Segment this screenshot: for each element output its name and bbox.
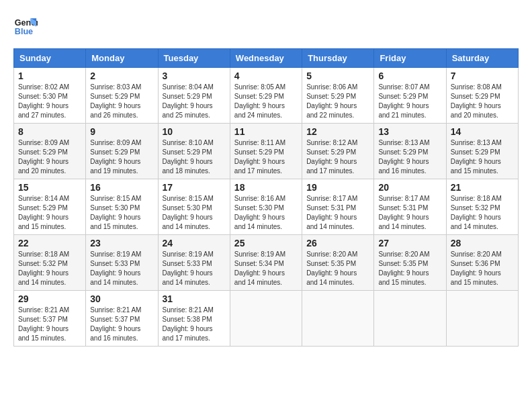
calendar-cell	[446, 291, 518, 347]
day-number: 5	[306, 71, 369, 81]
day-info: Sunrise: 8:20 AM Sunset: 5:36 PM Dayligh…	[451, 250, 514, 287]
svg-text:Blue: Blue	[15, 27, 33, 36]
weekday-header-tuesday: Tuesday	[158, 49, 230, 68]
day-number: 25	[234, 238, 298, 248]
day-number: 14	[451, 126, 514, 137]
calendar-cell: 4 Sunrise: 8:05 AM Sunset: 5:29 PM Dayli…	[230, 68, 302, 124]
day-number: 1	[18, 71, 81, 81]
day-info: Sunrise: 8:14 AM Sunset: 5:29 PM Dayligh…	[18, 194, 81, 232]
day-info: Sunrise: 8:15 AM Sunset: 5:30 PM Dayligh…	[163, 194, 226, 232]
day-number: 26	[306, 238, 369, 248]
calendar-cell	[302, 291, 374, 347]
week-row-4: 22 Sunrise: 8:18 AM Sunset: 5:32 PM Dayl…	[14, 235, 519, 291]
day-info: Sunrise: 8:15 AM Sunset: 5:30 PM Dayligh…	[90, 194, 153, 232]
calendar-cell: 26 Sunrise: 8:20 AM Sunset: 5:35 PM Dayl…	[302, 235, 374, 291]
day-info: Sunrise: 8:10 AM Sunset: 5:29 PM Dayligh…	[163, 138, 226, 176]
day-number: 8	[18, 126, 81, 137]
day-info: Sunrise: 8:17 AM Sunset: 5:31 PM Dayligh…	[378, 194, 441, 232]
day-info: Sunrise: 8:13 AM Sunset: 5:29 PM Dayligh…	[378, 138, 441, 176]
day-info: Sunrise: 8:21 AM Sunset: 5:37 PM Dayligh…	[18, 306, 81, 343]
day-number: 30	[90, 293, 153, 304]
day-number: 28	[451, 238, 514, 248]
day-number: 15	[18, 182, 81, 193]
calendar-cell: 12 Sunrise: 8:12 AM Sunset: 5:29 PM Dayl…	[302, 124, 374, 179]
calendar-cell: 16 Sunrise: 8:15 AM Sunset: 5:30 PM Dayl…	[86, 179, 158, 235]
day-info: Sunrise: 8:20 AM Sunset: 5:35 PM Dayligh…	[378, 250, 441, 287]
calendar-cell: 1 Sunrise: 8:02 AM Sunset: 5:30 PM Dayli…	[14, 68, 86, 124]
day-info: Sunrise: 8:04 AM Sunset: 5:29 PM Dayligh…	[163, 83, 226, 120]
day-info: Sunrise: 8:19 AM Sunset: 5:34 PM Dayligh…	[234, 250, 298, 287]
day-info: Sunrise: 8:19 AM Sunset: 5:33 PM Dayligh…	[163, 250, 226, 287]
calendar-cell: 3 Sunrise: 8:04 AM Sunset: 5:29 PM Dayli…	[158, 68, 230, 124]
calendar-cell: 13 Sunrise: 8:13 AM Sunset: 5:29 PM Dayl…	[374, 124, 446, 179]
calendar-cell: 10 Sunrise: 8:10 AM Sunset: 5:29 PM Dayl…	[158, 124, 230, 179]
day-info: Sunrise: 8:18 AM Sunset: 5:32 PM Dayligh…	[451, 194, 514, 232]
weekday-header-monday: Monday	[86, 49, 158, 68]
day-number: 2	[90, 71, 153, 81]
day-number: 17	[163, 182, 226, 193]
calendar-cell: 6 Sunrise: 8:07 AM Sunset: 5:29 PM Dayli…	[374, 68, 446, 124]
calendar-cell: 17 Sunrise: 8:15 AM Sunset: 5:30 PM Dayl…	[158, 179, 230, 235]
day-info: Sunrise: 8:18 AM Sunset: 5:32 PM Dayligh…	[18, 250, 81, 287]
calendar-cell: 21 Sunrise: 8:18 AM Sunset: 5:32 PM Dayl…	[446, 179, 518, 235]
day-info: Sunrise: 8:09 AM Sunset: 5:29 PM Dayligh…	[18, 138, 81, 176]
day-number: 7	[451, 71, 514, 81]
day-number: 6	[378, 71, 441, 81]
day-number: 31	[163, 293, 226, 304]
day-info: Sunrise: 8:11 AM Sunset: 5:29 PM Dayligh…	[234, 138, 298, 176]
day-number: 4	[234, 71, 298, 81]
weekday-header-row: SundayMondayTuesdayWednesdayThursdayFrid…	[14, 49, 519, 68]
calendar-cell: 25 Sunrise: 8:19 AM Sunset: 5:34 PM Dayl…	[230, 235, 302, 291]
weekday-header-sunday: Sunday	[14, 49, 86, 68]
day-info: Sunrise: 8:20 AM Sunset: 5:35 PM Dayligh…	[306, 250, 369, 287]
week-row-5: 29 Sunrise: 8:21 AM Sunset: 5:37 PM Dayl…	[14, 291, 519, 347]
calendar-cell: 11 Sunrise: 8:11 AM Sunset: 5:29 PM Dayl…	[230, 124, 302, 179]
logo: General Blue	[13, 13, 42, 38]
day-number: 23	[90, 238, 153, 248]
calendar-cell	[374, 291, 446, 347]
calendar-cell: 30 Sunrise: 8:21 AM Sunset: 5:37 PM Dayl…	[86, 291, 158, 347]
day-info: Sunrise: 8:09 AM Sunset: 5:29 PM Dayligh…	[90, 138, 153, 176]
day-info: Sunrise: 8:12 AM Sunset: 5:29 PM Dayligh…	[306, 138, 369, 176]
calendar-cell: 29 Sunrise: 8:21 AM Sunset: 5:37 PM Dayl…	[14, 291, 86, 347]
logo-icon: General Blue	[13, 13, 38, 38]
day-number: 27	[378, 238, 441, 248]
day-number: 3	[163, 71, 226, 81]
day-info: Sunrise: 8:03 AM Sunset: 5:29 PM Dayligh…	[90, 83, 153, 120]
calendar-cell: 28 Sunrise: 8:20 AM Sunset: 5:36 PM Dayl…	[446, 235, 518, 291]
day-info: Sunrise: 8:21 AM Sunset: 5:37 PM Dayligh…	[90, 306, 153, 343]
calendar-cell: 9 Sunrise: 8:09 AM Sunset: 5:29 PM Dayli…	[86, 124, 158, 179]
calendar-cell: 8 Sunrise: 8:09 AM Sunset: 5:29 PM Dayli…	[14, 124, 86, 179]
day-number: 24	[163, 238, 226, 248]
day-info: Sunrise: 8:07 AM Sunset: 5:29 PM Dayligh…	[378, 83, 441, 120]
week-row-3: 15 Sunrise: 8:14 AM Sunset: 5:29 PM Dayl…	[14, 179, 519, 235]
calendar-cell: 20 Sunrise: 8:17 AM Sunset: 5:31 PM Dayl…	[374, 179, 446, 235]
day-number: 11	[234, 126, 298, 137]
weekday-header-friday: Friday	[374, 49, 446, 68]
day-info: Sunrise: 8:19 AM Sunset: 5:33 PM Dayligh…	[90, 250, 153, 287]
day-info: Sunrise: 8:06 AM Sunset: 5:29 PM Dayligh…	[306, 83, 369, 120]
day-number: 22	[18, 238, 81, 248]
week-row-1: 1 Sunrise: 8:02 AM Sunset: 5:30 PM Dayli…	[14, 68, 519, 124]
calendar-table: SundayMondayTuesdayWednesdayThursdayFrid…	[13, 48, 519, 347]
weekday-header-wednesday: Wednesday	[230, 49, 302, 68]
day-number: 16	[90, 182, 153, 193]
day-info: Sunrise: 8:21 AM Sunset: 5:38 PM Dayligh…	[163, 306, 226, 343]
day-info: Sunrise: 8:16 AM Sunset: 5:30 PM Dayligh…	[234, 194, 298, 232]
day-info: Sunrise: 8:08 AM Sunset: 5:29 PM Dayligh…	[451, 83, 514, 120]
day-number: 21	[451, 182, 514, 193]
calendar-cell: 23 Sunrise: 8:19 AM Sunset: 5:33 PM Dayl…	[86, 235, 158, 291]
calendar-cell: 14 Sunrise: 8:13 AM Sunset: 5:29 PM Dayl…	[446, 124, 518, 179]
calendar-cell: 2 Sunrise: 8:03 AM Sunset: 5:29 PM Dayli…	[86, 68, 158, 124]
calendar-cell: 15 Sunrise: 8:14 AM Sunset: 5:29 PM Dayl…	[14, 179, 86, 235]
day-number: 29	[18, 293, 81, 304]
day-number: 12	[306, 126, 369, 137]
day-number: 9	[90, 126, 153, 137]
day-number: 20	[378, 182, 441, 193]
calendar-cell: 5 Sunrise: 8:06 AM Sunset: 5:29 PM Dayli…	[302, 68, 374, 124]
calendar-cell: 22 Sunrise: 8:18 AM Sunset: 5:32 PM Dayl…	[14, 235, 86, 291]
calendar-cell: 7 Sunrise: 8:08 AM Sunset: 5:29 PM Dayli…	[446, 68, 518, 124]
calendar-cell: 24 Sunrise: 8:19 AM Sunset: 5:33 PM Dayl…	[158, 235, 230, 291]
week-row-2: 8 Sunrise: 8:09 AM Sunset: 5:29 PM Dayli…	[14, 124, 519, 179]
calendar-cell: 19 Sunrise: 8:17 AM Sunset: 5:31 PM Dayl…	[302, 179, 374, 235]
